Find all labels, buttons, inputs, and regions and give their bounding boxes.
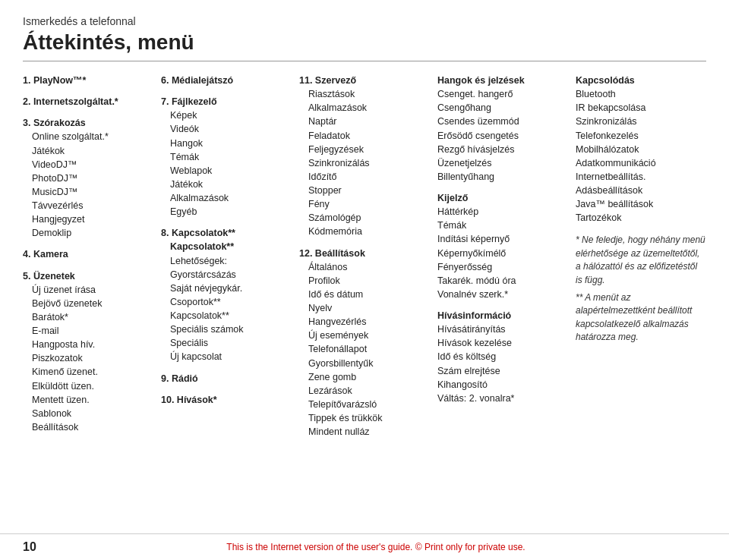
list-item: Telepítővarázsló bbox=[299, 398, 430, 411]
list-item: Új kapcsolat bbox=[161, 350, 292, 363]
section-szervezo: 11. Szervező Riasztások Alkalmazások Nap… bbox=[299, 74, 430, 239]
page-number: 10 bbox=[23, 540, 46, 554]
list-item: Mobilhálózatok bbox=[576, 143, 706, 156]
list-item: Kihangosító bbox=[437, 378, 568, 392]
list-item: Csenget. hangerő bbox=[437, 87, 568, 101]
list-item: Bejövő üzenetek bbox=[23, 297, 153, 310]
section-radio: 9. Rádió bbox=[161, 372, 292, 385]
list-item: Hangvezérlés bbox=[299, 315, 430, 329]
list-item: Demoklip bbox=[23, 226, 153, 240]
note-text: * Ne feledje, hogy néhány menü elérhetős… bbox=[576, 234, 706, 287]
list-item: Hangok bbox=[161, 137, 292, 150]
list-item: Fény bbox=[299, 197, 430, 211]
list-item: Feladatok bbox=[299, 129, 430, 143]
list-item: Váltás: 2. vonalra* bbox=[437, 392, 568, 405]
section-fajlkezelo: 7. Fájlkezelő Képek Videók Hangok Témák … bbox=[161, 95, 292, 219]
list-item: Java™ beállítások bbox=[576, 197, 706, 211]
list-item: Új események bbox=[299, 329, 430, 342]
list-item: Időzítő bbox=[299, 170, 430, 184]
note-text-2: ** A menüt az alapértelmezettként beállí… bbox=[576, 291, 706, 344]
section-kamera: 4. Kamera bbox=[23, 247, 153, 261]
section-internet: 2. Internetszolgáltat.* bbox=[23, 95, 153, 109]
section-title: 11. Szervező bbox=[299, 74, 430, 87]
list-item: Beállítások bbox=[23, 420, 153, 434]
list-item: IR bekapcsolása bbox=[576, 101, 706, 115]
list-item: VideoDJ™ bbox=[23, 158, 153, 171]
list-item: Kimenő üzenet. bbox=[23, 365, 153, 379]
list-item: Idő és költség bbox=[437, 350, 568, 363]
list-item: Rezgő hívásjelzés bbox=[437, 143, 568, 156]
column-2: 6. Médialejátszó 7. Fájlkezelő Képek Vid… bbox=[161, 74, 299, 446]
list-item: Mentett üzen. bbox=[23, 393, 153, 407]
section-title: 3. Szórakozás bbox=[23, 116, 153, 130]
list-item: Lezárások bbox=[299, 384, 430, 398]
list-item: Üzenetjelzés bbox=[437, 156, 568, 170]
section-szorakozas: 3. Szórakozás Online szolgáltat.* Játéko… bbox=[23, 116, 153, 240]
list-item: Videók bbox=[161, 122, 292, 136]
list-item: PhotoDJ™ bbox=[23, 171, 153, 185]
list-item: Távvezérlés bbox=[23, 199, 153, 212]
list-item: Új üzenet írása bbox=[23, 283, 153, 297]
list-item: Csoportok** bbox=[161, 295, 292, 309]
list-item: Weblapok bbox=[161, 164, 292, 178]
section-playnow: 1. PlayNow™* bbox=[23, 74, 153, 87]
list-item: Elküldött üzen. bbox=[23, 379, 153, 393]
list-item: Gyorstárcsázás bbox=[161, 268, 292, 282]
list-item: Bluetooth bbox=[576, 87, 706, 101]
list-item: Piszkozatok bbox=[23, 351, 153, 365]
section-title: 1. PlayNow™* bbox=[23, 74, 153, 87]
list-item: Feljegyzések bbox=[299, 143, 430, 156]
list-item: Csendes üzemmód bbox=[437, 115, 568, 128]
list-item: Egyéb bbox=[161, 205, 292, 219]
list-item: Erősödő csengetés bbox=[437, 129, 568, 143]
list-item: E-mail bbox=[23, 324, 153, 338]
list-item: Hangposta hív. bbox=[23, 338, 153, 351]
section-title: Hangok és jelzések bbox=[437, 74, 568, 87]
list-item: Sablonok bbox=[23, 407, 153, 420]
list-item: Kapcsolatok** bbox=[161, 240, 292, 253]
section-kapcsolatok: 8. Kapcsolatok** Kapcsolatok** Lehetőség… bbox=[161, 226, 292, 363]
list-item: Profilok bbox=[299, 274, 430, 288]
section-kijelzo: Kijelző Háttérkép Témák Indítási képerny… bbox=[437, 191, 568, 301]
list-item: Alkalmazások bbox=[299, 101, 430, 115]
list-item: Saját névjegykár. bbox=[161, 282, 292, 295]
list-item: Stopper bbox=[299, 184, 430, 197]
list-item: Általános bbox=[299, 260, 430, 274]
list-item: Barátok* bbox=[23, 310, 153, 324]
section-title: 12. Beállítások bbox=[299, 247, 430, 260]
list-item: Kapcsolatok** bbox=[161, 309, 292, 322]
list-item: Szinkronizálás bbox=[299, 156, 430, 170]
section-title: 10. Hívások* bbox=[161, 393, 292, 407]
list-item: Témák bbox=[437, 219, 568, 232]
list-item: Fényerősség bbox=[437, 260, 568, 274]
list-item: Hívások kezelése bbox=[437, 336, 568, 350]
list-item: Takarék. módú óra bbox=[437, 274, 568, 288]
list-item: Szinkronizálás bbox=[576, 115, 706, 128]
list-item: Mindent nulláz bbox=[299, 425, 430, 439]
list-item: Idő és dátum bbox=[299, 288, 430, 301]
list-item: Számológép bbox=[299, 211, 430, 225]
column-3: 11. Szervező Riasztások Alkalmazások Nap… bbox=[299, 74, 437, 446]
section-title: Hívásinformáció bbox=[437, 309, 568, 322]
list-item: Telefonkezelés bbox=[576, 129, 706, 143]
list-item: Tartozékok bbox=[576, 211, 706, 225]
list-item: Zene gomb bbox=[299, 370, 430, 384]
list-item: Tippek és trükkök bbox=[299, 411, 430, 425]
list-item: Játékok bbox=[161, 178, 292, 191]
section-title: 6. Médialejátszó bbox=[161, 74, 292, 87]
page-title: Áttekintés, menü bbox=[23, 30, 706, 61]
list-item: Témák bbox=[161, 150, 292, 164]
list-item: Speciális számok bbox=[161, 322, 292, 336]
list-item: Internetbeállítás. bbox=[576, 170, 706, 184]
list-item: Csengőhang bbox=[437, 101, 568, 115]
section-title: 2. Internetszolgáltat.* bbox=[23, 95, 153, 109]
section-title: Kapcsolódás bbox=[576, 74, 706, 87]
section-media: 6. Médialejátszó bbox=[161, 74, 292, 87]
list-item: Adásbeállítások bbox=[576, 184, 706, 197]
section-hangok: Hangok és jelzések Csenget. hangerő Csen… bbox=[437, 74, 568, 184]
footer: 10 This is the Internet version of the u… bbox=[0, 533, 729, 560]
section-title: Kijelző bbox=[437, 191, 568, 205]
list-item: Nyelv bbox=[299, 301, 430, 315]
list-item: Játékok bbox=[23, 144, 153, 158]
section-hivasok: 10. Hívások* bbox=[161, 393, 292, 407]
